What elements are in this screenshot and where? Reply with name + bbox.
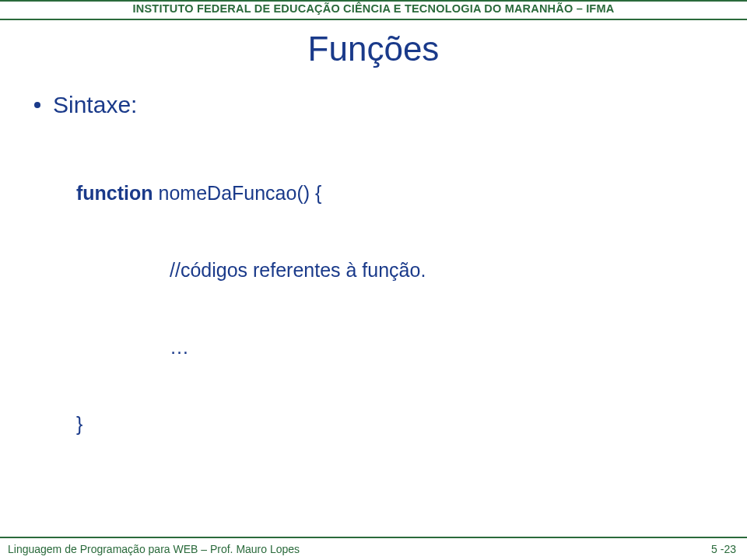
keyword-function: function <box>76 182 153 204</box>
bullet-row: Sintaxe: <box>34 92 137 118</box>
slide-title: Funções <box>0 30 747 68</box>
code-line: … <box>76 334 700 360</box>
footer-left-text: Linguagem de Programação para WEB – Prof… <box>8 543 300 555</box>
header-institution: INSTITUTO FEDERAL DE EDUCAÇÃO CIÊNCIA E … <box>0 2 747 15</box>
code-brace: } <box>76 413 82 435</box>
code-line: } <box>76 411 700 437</box>
footer: Linguagem de Programação para WEB – Prof… <box>0 537 747 560</box>
code-text: nomeDaFuncao() { <box>153 182 322 204</box>
code-ellipsis: … <box>170 336 189 358</box>
header-bar: INSTITUTO FEDERAL DE EDUCAÇÃO CIÊNCIA E … <box>0 0 747 22</box>
code-line: //códigos referentes à função. <box>76 257 700 283</box>
footer-rule <box>0 537 747 538</box>
code-block-1: function nomeDaFuncao() { //códigos refe… <box>76 129 700 488</box>
header-rule-bottom <box>0 19 747 20</box>
bullet-text: Sintaxe: <box>53 92 137 118</box>
footer-page-number: 5 -23 <box>711 543 736 555</box>
bullet-dot-icon <box>34 102 40 108</box>
code-area: function nomeDaFuncao() { //códigos refe… <box>76 129 700 560</box>
code-line: function nomeDaFuncao() { <box>76 180 700 206</box>
header-rule-top <box>0 0 747 2</box>
code-comment: //códigos referentes à função. <box>170 259 426 281</box>
